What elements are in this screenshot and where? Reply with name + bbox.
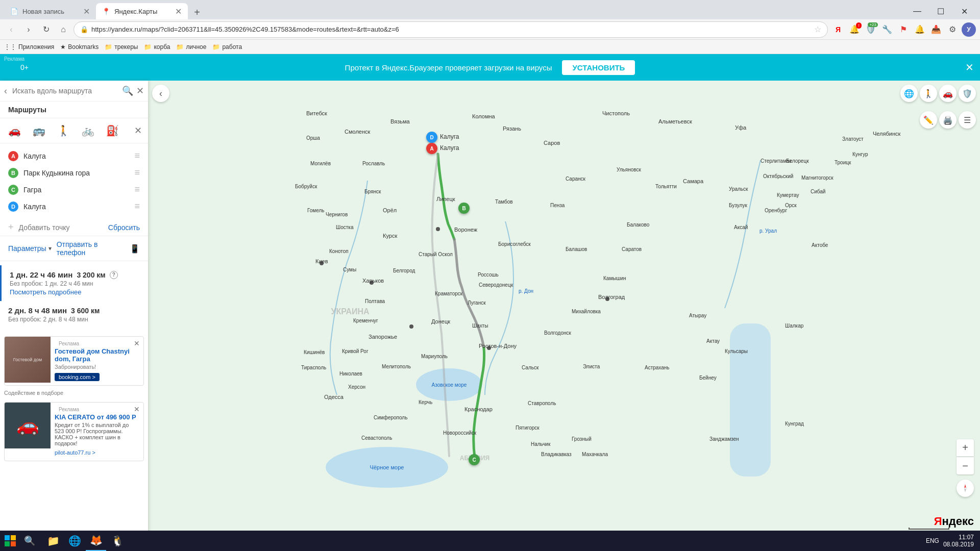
taskbar-search-button[interactable]: 🔍 bbox=[20, 532, 39, 550]
waypoint-drag-d[interactable]: ≡ bbox=[134, 201, 140, 212]
waypoint-a[interactable]: A Калуга ≡ bbox=[0, 147, 148, 164]
search-clear-button[interactable]: ✕ bbox=[136, 85, 144, 96]
extension-icon3[interactable]: ⚑ bbox=[896, 22, 911, 37]
map-draw-button[interactable]: ✏️ bbox=[920, 111, 937, 129]
waypoint-b[interactable]: B Парк Кудыкина гора ≡ bbox=[0, 164, 148, 181]
svg-text:Тамбов: Тамбов bbox=[495, 199, 513, 205]
ad-booking-button[interactable]: booking.com > bbox=[55, 373, 100, 381]
close-button[interactable]: ✕ bbox=[952, 3, 976, 19]
restore-button[interactable]: ☐ bbox=[929, 3, 952, 19]
route-1-detail-link[interactable]: Посмотреть подробнее bbox=[10, 288, 140, 296]
svg-text:Троицк: Троицк bbox=[835, 160, 851, 165]
bookmark-trackers[interactable]: 📁 трекеры bbox=[105, 43, 138, 51]
mode-walk[interactable]: 🚶 bbox=[55, 122, 71, 139]
map-print-button[interactable]: 🖨️ bbox=[939, 111, 957, 129]
svg-rect-115 bbox=[11, 535, 16, 540]
tab-close-2[interactable]: ✕ bbox=[175, 7, 182, 16]
waypoint-list: A Калуга ≡ B Парк Кудыкина гора ≡ C Гагр… bbox=[0, 143, 148, 219]
svg-point-10 bbox=[436, 227, 440, 231]
waypoint-drag-a[interactable]: ≡ bbox=[134, 151, 140, 161]
bookmark-bookmarks[interactable]: ★ Bookmarks bbox=[60, 43, 99, 51]
mode-bike[interactable]: 🚲 bbox=[80, 122, 96, 139]
new-tab-button[interactable]: + bbox=[190, 5, 204, 19]
search-input[interactable] bbox=[10, 85, 119, 97]
map-area[interactable]: Чёрное море Азовское море р. Дон р. Урал… bbox=[148, 81, 980, 551]
ad-car-title[interactable]: KIA CERATO от 496 900 Р bbox=[55, 413, 139, 421]
yandex-icon[interactable]: Я bbox=[831, 22, 845, 37]
params-button[interactable]: Параметры ▾ bbox=[8, 244, 52, 253]
ad-install-button[interactable]: УСТАНОВИТЬ bbox=[562, 60, 635, 75]
start-button[interactable] bbox=[0, 531, 20, 551]
address-bar[interactable]: 🔒 https://yandex.ru/maps/?clid=2063711&l… bbox=[74, 21, 828, 38]
svg-rect-117 bbox=[11, 541, 16, 546]
notification-icon[interactable]: 🔔 ! bbox=[847, 22, 862, 37]
bookmark-work[interactable]: 📁 работа bbox=[212, 43, 242, 51]
tab-new-record[interactable]: 📄 Новая запись ✕ bbox=[4, 3, 96, 19]
svg-marker-112 bbox=[964, 484, 966, 488]
zoom-in-button[interactable]: + bbox=[957, 439, 974, 457]
route-option-1[interactable]: 1 дн. 22 ч 46 мин 3 200 км ? Без пробок:… bbox=[0, 265, 148, 301]
waypoint-drag-b[interactable]: ≡ bbox=[134, 167, 140, 178]
pin-d-label: Калуга bbox=[440, 133, 459, 140]
ad-hotel-close[interactable]: ✕ bbox=[132, 339, 141, 348]
star-icon-bm: ★ bbox=[60, 43, 66, 51]
waypoint-d[interactable]: D Калуга ≡ bbox=[0, 198, 148, 215]
star-icon[interactable]: ☆ bbox=[814, 24, 821, 34]
extension-icon5[interactable]: 📥 bbox=[929, 22, 943, 37]
tab-yandex-maps[interactable]: 📍 Яндекс.Карты ✕ bbox=[96, 3, 188, 19]
bookmark-apps[interactable]: ⋮⋮ Приложения bbox=[4, 43, 54, 51]
user-avatar[interactable]: У bbox=[962, 22, 976, 37]
add-point-label[interactable]: Добавить точку bbox=[19, 223, 103, 232]
mode-car[interactable]: 🚗 bbox=[6, 122, 22, 139]
extension-icon6[interactable]: ⚙ bbox=[945, 22, 960, 37]
map-satellite-button[interactable]: 🌐 bbox=[900, 85, 918, 102]
svg-text:Мелитополь: Мелитополь bbox=[382, 364, 411, 369]
waypoint-c[interactable]: C Гагра ≡ bbox=[0, 181, 148, 198]
reset-button[interactable]: Сбросить bbox=[108, 223, 140, 232]
search-icon-button[interactable]: 🔍 bbox=[122, 85, 133, 96]
home-button[interactable]: ⌂ bbox=[56, 22, 70, 37]
zoom-out-button[interactable]: − bbox=[957, 457, 974, 474]
taskbar-yandex-browser[interactable]: 🦊 bbox=[86, 531, 106, 551]
send-phone-button[interactable]: Отправить в телефон 📱 bbox=[57, 240, 140, 257]
ad-car-close[interactable]: ✕ bbox=[132, 405, 141, 414]
svg-text:Атырау: Атырау bbox=[689, 313, 706, 318]
ad-text: Протект в Яндекс.Браузере проверяет загр… bbox=[345, 63, 552, 72]
map-layers-button[interactable]: 🛡️ bbox=[959, 85, 976, 102]
map-transport-button[interactable]: 🚗 bbox=[939, 85, 957, 102]
modes-close-button[interactable]: ✕ bbox=[134, 125, 142, 136]
extension-icon4[interactable]: 🔔 bbox=[913, 22, 927, 37]
sidebar-back-button[interactable]: ‹ bbox=[4, 86, 7, 96]
mode-taxi[interactable]: ⛽ bbox=[104, 122, 120, 139]
extension-icon1[interactable]: 🛡️ +23 bbox=[864, 22, 878, 37]
taskbar-browser[interactable]: 🌐 bbox=[64, 531, 85, 551]
tab-close-1[interactable]: ✕ bbox=[83, 7, 90, 16]
svg-text:Шахты: Шахты bbox=[472, 323, 488, 329]
forward-button[interactable]: › bbox=[21, 22, 36, 37]
ad-car-provider[interactable]: pilot-auto77.ru > bbox=[55, 449, 95, 456]
map-back-button[interactable]: ‹ bbox=[152, 85, 169, 102]
bookmark-personal[interactable]: 📁 личное bbox=[176, 43, 206, 51]
route-option-2[interactable]: 2 дн. 8 ч 48 мин 3 600 км Без пробок: 2 … bbox=[0, 301, 148, 328]
route-info-icon-1[interactable]: ? bbox=[110, 271, 118, 279]
taskbar-file-manager[interactable]: 📁 bbox=[43, 531, 63, 551]
extension-icon2[interactable]: 🔧 bbox=[880, 22, 894, 37]
mode-bus[interactable]: 🚌 bbox=[31, 122, 47, 139]
tab-favicon-2: 📍 bbox=[102, 8, 110, 15]
ad-hotel-name[interactable]: Гостевой дом Chastnyi dom, Гагра bbox=[55, 347, 139, 363]
svg-text:Актау: Актау bbox=[706, 338, 720, 344]
svg-text:Камышин: Камышин bbox=[603, 276, 626, 281]
bookmark-korba[interactable]: 📁 корба bbox=[144, 43, 170, 51]
map-menu-button[interactable]: ☰ bbox=[959, 111, 976, 129]
svg-text:Конотоп: Конотоп bbox=[329, 248, 349, 254]
compass[interactable] bbox=[957, 480, 974, 497]
ad-close-button[interactable]: ✕ bbox=[965, 61, 974, 73]
map-side-controls: ✏️ 🖨️ ☰ bbox=[920, 111, 976, 129]
minimize-button[interactable]: — bbox=[905, 3, 929, 19]
send-icon: 📱 bbox=[130, 244, 140, 254]
reload-button[interactable]: ↻ bbox=[39, 22, 53, 37]
map-traffic-button[interactable]: 🚶 bbox=[920, 85, 937, 102]
waypoint-drag-c[interactable]: ≡ bbox=[134, 184, 140, 195]
back-button[interactable]: ‹ bbox=[4, 22, 18, 37]
taskbar-app4[interactable]: 🐧 bbox=[107, 531, 128, 551]
